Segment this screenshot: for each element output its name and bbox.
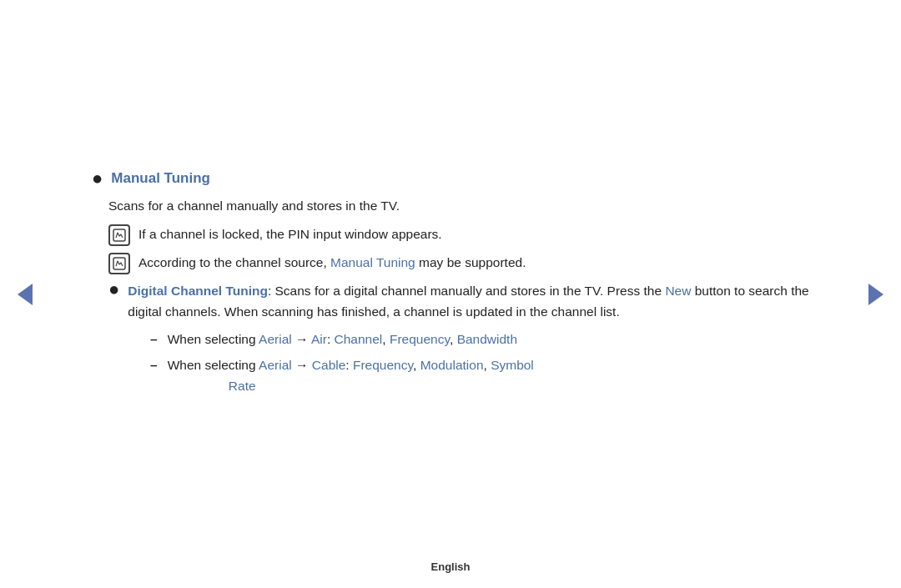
right-arrow-icon	[868, 284, 883, 305]
sub-bullet-section: ● Digital Channel Tuning: Scans for a di…	[108, 281, 809, 396]
main-title: Manual Tuning	[111, 170, 210, 187]
main-bullet-item: ● Manual Tuning	[92, 170, 809, 189]
new-label: New	[665, 284, 691, 298]
note-text-1: If a channel is locked, the PIN input wi…	[138, 224, 442, 245]
cable-label: Cable	[312, 358, 346, 372]
note-icon-2	[108, 253, 130, 274]
dash-char-1: –	[150, 329, 158, 350]
digital-channel-tuning-label: Digital Channel Tuning	[128, 284, 268, 298]
note-row-1: If a channel is locked, the PIN input wi…	[108, 224, 809, 246]
channel-label: Channel	[335, 332, 383, 346]
dash-char-2: –	[150, 355, 158, 376]
modulation-label: Modulation	[420, 358, 484, 372]
sub-bullet-text: Digital Channel Tuning: Scans for a digi…	[128, 281, 809, 323]
dash-bullet-air: – When selecting Aerial → Air: Channel, …	[150, 329, 809, 350]
note-icon-1	[108, 224, 130, 246]
manual-tuning-link: Manual Tuning	[330, 255, 415, 269]
sub-bullet-digital: ● Digital Channel Tuning: Scans for a di…	[108, 281, 809, 323]
note-text-2: According to the channel source, Manual …	[138, 253, 526, 274]
page-container: ● Manual Tuning Scans for a channel manu…	[0, 0, 901, 588]
frequency-label-1: Frequency	[390, 332, 450, 346]
nav-arrow-left[interactable]	[15, 284, 35, 304]
aerial-label-2: Aerial	[259, 358, 292, 372]
content-area: ● Manual Tuning Scans for a channel manu…	[75, 137, 826, 452]
nav-arrow-right[interactable]	[866, 284, 886, 304]
dash-bullet-section: – When selecting Aerial → Air: Channel, …	[150, 329, 809, 396]
note-row-2: According to the channel source, Manual …	[108, 253, 809, 274]
dash-text-cable: When selecting Aerial → Cable: Frequency…	[168, 355, 534, 397]
dash-text-air: When selecting Aerial → Air: Channel, Fr…	[168, 329, 517, 350]
air-label: Air	[311, 332, 327, 346]
dash-bullet-cable: – When selecting Aerial → Cable: Frequen…	[150, 355, 809, 397]
sub-bullet-dot: ●	[108, 279, 119, 300]
bandwidth-label: Bandwidth	[457, 332, 517, 346]
aerial-label-1: Aerial	[259, 332, 292, 346]
bullet-dot: ●	[92, 168, 103, 189]
colon-text: : Scans for a digital channel manually a…	[268, 284, 665, 298]
footer-label: English	[431, 560, 471, 573]
frequency-label-2: Frequency	[353, 358, 413, 372]
main-description: Scans for a channel manually and stores …	[108, 196, 809, 217]
left-arrow-icon	[18, 284, 33, 305]
